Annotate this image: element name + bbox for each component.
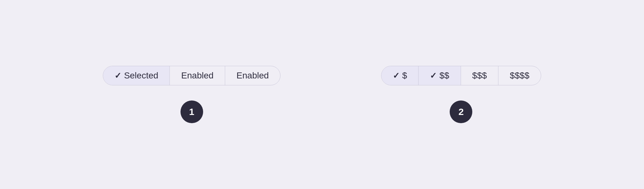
segmented-control-2: ✓ $ ✓ $$ $$$ $$$$ [381,66,541,85]
segment-label: Enabled [181,71,214,81]
badge-label: 2 [458,106,464,117]
segment-selected[interactable]: ✓ Selected [103,66,170,85]
check-icon: ✓ [114,71,121,81]
segment-dollar-3[interactable]: $$$ [461,66,499,85]
main-container: ✓ Selected Enabled Enabled 1 ✓ $ ✓ $$ [0,66,644,123]
check-icon: ✓ [393,71,400,81]
segment-dollar-2[interactable]: ✓ $$ [419,66,461,85]
segment-label: Selected [124,71,158,81]
segment-label: $ [402,71,407,81]
badge-1: 1 [180,100,203,123]
segmented-control-1: ✓ Selected Enabled Enabled [103,66,280,85]
segment-enabled-1[interactable]: Enabled [170,66,225,85]
segment-label: $$$ [472,71,487,81]
example-block-1: ✓ Selected Enabled Enabled 1 [103,66,280,123]
example-block-2: ✓ $ ✓ $$ $$$ $$$$ 2 [381,66,541,123]
segment-label: $$$$ [510,71,529,81]
badge-label: 1 [189,106,194,117]
segment-dollar-1[interactable]: ✓ $ [381,66,419,85]
segment-enabled-2[interactable]: Enabled [225,66,280,85]
segment-dollar-4[interactable]: $$$$ [498,66,541,85]
segment-label: $$ [439,71,449,81]
segment-label: Enabled [236,71,269,81]
badge-2: 2 [450,100,472,123]
check-icon: ✓ [430,71,437,81]
